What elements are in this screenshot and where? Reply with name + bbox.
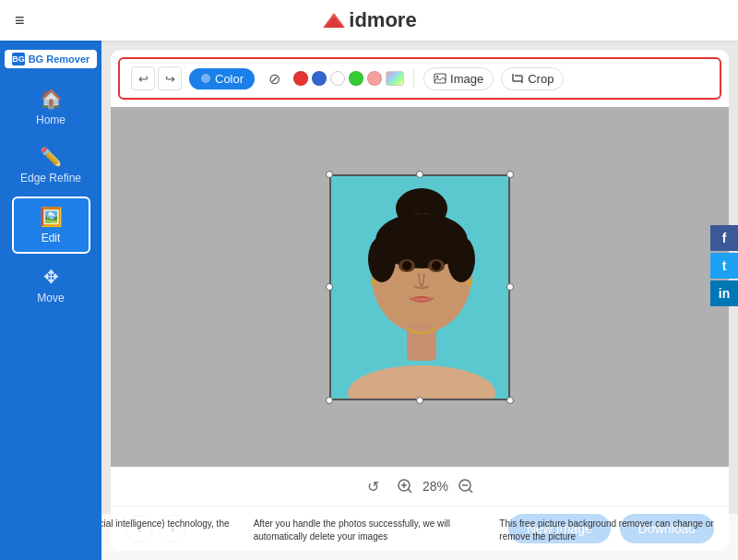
- zoom-out-button[interactable]: [456, 476, 476, 496]
- swatch-green[interactable]: [349, 71, 363, 86]
- svg-line-31: [469, 489, 472, 493]
- brand-label: BG Remover: [29, 54, 90, 65]
- zoom-group: 28%: [395, 476, 476, 496]
- undo-redo-group: ↩ ↪: [131, 66, 182, 90]
- svg-point-21: [432, 261, 441, 270]
- facebook-button[interactable]: f: [710, 225, 738, 251]
- handle-bottom-right[interactable]: [506, 397, 514, 404]
- svg-point-22: [371, 280, 376, 285]
- portrait-svg: [331, 176, 510, 400]
- svg-line-27: [408, 489, 411, 493]
- eraser-button[interactable]: ⊘: [262, 66, 286, 90]
- move-icon: ✥: [43, 266, 59, 288]
- handle-bottom-left[interactable]: [326, 397, 333, 404]
- zoom-out-icon: [458, 478, 474, 494]
- logo: idmore: [321, 8, 416, 32]
- menu-icon[interactable]: ≡: [15, 11, 25, 30]
- svg-point-6: [436, 76, 438, 77]
- twitter-button[interactable]: t: [710, 253, 738, 279]
- zoom-percentage: 28%: [423, 479, 448, 494]
- social-buttons: f t in: [710, 225, 738, 306]
- image-button-label: Image: [450, 72, 483, 86]
- home-icon: 🏠: [40, 88, 63, 110]
- sidebar: BG BG Remover 🏠 Home ✏️ Edge Refine 🖼️ E…: [0, 41, 101, 560]
- handle-middle-left[interactable]: [326, 283, 333, 291]
- sidebar-brand: BG BG Remover: [5, 50, 98, 68]
- svg-point-16: [368, 236, 396, 282]
- handle-middle-right[interactable]: [506, 283, 514, 291]
- redo-button[interactable]: ↪: [158, 66, 182, 90]
- sidebar-item-move-label: Move: [37, 292, 64, 304]
- logo-icon: [321, 11, 347, 30]
- main-area: BG BG Remover 🏠 Home ✏️ Edge Refine 🖼️ E…: [0, 41, 738, 560]
- color-swatches: [293, 71, 404, 86]
- image-button[interactable]: Image: [423, 67, 494, 90]
- portrait-image: [329, 174, 510, 400]
- svg-point-20: [402, 261, 411, 270]
- svg-point-23: [467, 280, 472, 285]
- swatch-blue[interactable]: [312, 71, 327, 86]
- handle-bottom-middle[interactable]: [416, 397, 423, 404]
- image-icon: [434, 72, 446, 85]
- canvas-area: [111, 107, 729, 467]
- svg-point-17: [447, 236, 475, 282]
- sidebar-item-edit-label: Edit: [42, 232, 61, 244]
- svg-rect-24: [407, 324, 436, 361]
- toolbar: ↩ ↪ Color ⊘: [118, 57, 721, 100]
- color-button-icon: [200, 73, 211, 84]
- color-button-label: Color: [215, 72, 244, 86]
- swatch-white[interactable]: [330, 71, 345, 86]
- zoom-in-icon: [397, 478, 413, 494]
- bottom-text-col-3: This free picture background remover can…: [492, 514, 738, 560]
- rotate-button[interactable]: ↺: [363, 476, 384, 496]
- sidebar-item-home[interactable]: 🏠 Home: [12, 80, 90, 134]
- toolbar-divider: [413, 69, 414, 88]
- swatch-more[interactable]: [386, 71, 404, 86]
- sidebar-item-home-label: Home: [36, 113, 65, 126]
- header: ≡ idmore: [0, 0, 738, 41]
- brand-icon: BG: [12, 53, 25, 66]
- crop-icon: [511, 72, 524, 85]
- edit-icon: 🖼️: [40, 206, 63, 228]
- sidebar-item-edge-refine-label: Edge Refine: [20, 172, 81, 185]
- crop-button-label: Crop: [528, 72, 554, 86]
- linkedin-button[interactable]: in: [710, 280, 738, 306]
- sidebar-item-edit[interactable]: 🖼️ Edit: [12, 197, 90, 254]
- svg-text:BG: BG: [12, 54, 25, 64]
- zoom-in-button[interactable]: [395, 476, 415, 496]
- image-container[interactable]: [329, 174, 510, 400]
- sidebar-item-move[interactable]: ✥ Move: [12, 258, 90, 312]
- swatch-pink[interactable]: [367, 71, 382, 86]
- edge-refine-icon: ✏️: [40, 146, 63, 168]
- handle-top-left[interactable]: [326, 171, 333, 178]
- handle-top-middle[interactable]: [416, 171, 423, 178]
- zoom-controls: ↺ 28%: [111, 467, 729, 506]
- handle-top-right[interactable]: [506, 171, 514, 178]
- sidebar-item-edge-refine[interactable]: ✏️ Edge Refine: [12, 138, 90, 192]
- swatch-red[interactable]: [293, 71, 308, 86]
- undo-button[interactable]: ↩: [131, 66, 155, 90]
- bottom-text-area: Equipped with AI (artificial intelligenc…: [0, 514, 738, 560]
- logo-text: idmore: [349, 8, 416, 32]
- crop-button[interactable]: Crop: [501, 67, 564, 90]
- color-button[interactable]: Color: [189, 68, 255, 89]
- svg-point-4: [201, 74, 210, 83]
- bottom-text-col-2: After you handle the photos successfully…: [246, 514, 493, 560]
- editor-card: ↩ ↪ Color ⊘: [111, 50, 729, 551]
- content-panel: ↩ ↪ Color ⊘: [101, 41, 738, 560]
